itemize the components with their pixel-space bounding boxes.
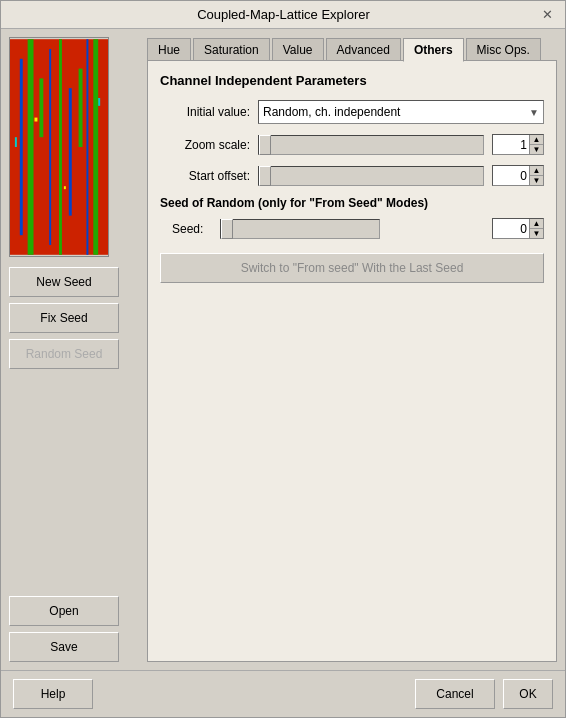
- save-button[interactable]: Save: [9, 632, 119, 662]
- bottom-bar: Help Cancel OK: [1, 670, 565, 717]
- seed-row: Seed: ▲ ▼: [160, 218, 544, 239]
- tab-misc-ops[interactable]: Misc Ops.: [466, 38, 541, 62]
- preview-image: [9, 37, 109, 257]
- tab-others[interactable]: Others: [403, 38, 464, 62]
- start-offset-label: Start offset:: [160, 169, 250, 183]
- svg-rect-1: [28, 39, 34, 255]
- ok-button[interactable]: OK: [503, 679, 553, 709]
- start-offset-slider-container: [258, 166, 484, 186]
- fix-seed-button[interactable]: Fix Seed: [9, 303, 119, 333]
- open-button[interactable]: Open: [9, 596, 119, 626]
- svg-rect-10: [35, 118, 38, 122]
- main-window: Coupled-Map-Lattice Explorer ✕: [0, 0, 566, 718]
- zoom-scale-slider[interactable]: [258, 135, 484, 155]
- svg-rect-13: [98, 98, 100, 106]
- seed-spinbox: ▲ ▼: [492, 218, 544, 239]
- switch-to-from-seed-button[interactable]: Switch to "From seed" With the Last Seed: [160, 253, 544, 283]
- svg-rect-2: [39, 78, 43, 137]
- help-button[interactable]: Help: [13, 679, 93, 709]
- start-offset-down-button[interactable]: ▼: [530, 176, 543, 185]
- tab-hue[interactable]: Hue: [147, 38, 191, 62]
- zoom-scale-label: Zoom scale:: [160, 138, 250, 152]
- new-seed-button[interactable]: New Seed: [9, 267, 119, 297]
- zoom-scale-spin-buttons: ▲ ▼: [529, 135, 543, 154]
- start-offset-spin-buttons: ▲ ▼: [529, 166, 543, 185]
- initial-value-row: Initial value: Random, ch. independent ▼: [160, 100, 544, 124]
- svg-rect-4: [79, 69, 83, 147]
- start-offset-up-button[interactable]: ▲: [530, 166, 543, 176]
- cancel-button[interactable]: Cancel: [415, 679, 495, 709]
- seed-down-button[interactable]: ▼: [530, 229, 543, 238]
- close-button[interactable]: ✕: [538, 7, 557, 22]
- tab-saturation[interactable]: Saturation: [193, 38, 270, 62]
- right-panel: Hue Saturation Value Advanced Others Mis…: [147, 37, 557, 662]
- initial-value-dropdown[interactable]: Random, ch. independent ▼: [258, 100, 544, 124]
- initial-value-selected: Random, ch. independent: [263, 105, 400, 119]
- random-seed-button[interactable]: Random Seed: [9, 339, 119, 369]
- main-content: New Seed Fix Seed Random Seed Open Save …: [1, 29, 565, 670]
- zoom-scale-input[interactable]: [493, 135, 529, 154]
- svg-rect-11: [64, 186, 66, 189]
- svg-rect-8: [69, 88, 72, 215]
- zoom-scale-up-button[interactable]: ▲: [530, 135, 543, 145]
- window-title: Coupled-Map-Lattice Explorer: [29, 7, 538, 22]
- bottom-right-buttons: Cancel OK: [415, 679, 553, 709]
- initial-value-label: Initial value:: [160, 105, 250, 119]
- tab-content-others: Channel Independent Parameters Initial v…: [147, 60, 557, 662]
- svg-rect-5: [93, 39, 98, 255]
- section1-title: Channel Independent Parameters: [160, 73, 544, 88]
- svg-rect-3: [59, 39, 62, 255]
- start-offset-input[interactable]: [493, 166, 529, 185]
- seed-label: Seed:: [172, 222, 212, 236]
- svg-rect-12: [15, 137, 17, 147]
- seed-slider[interactable]: [220, 219, 380, 239]
- tab-advanced[interactable]: Advanced: [326, 38, 401, 62]
- svg-rect-7: [49, 49, 51, 245]
- svg-rect-9: [86, 39, 88, 255]
- zoom-scale-spinbox: ▲ ▼: [492, 134, 544, 155]
- start-offset-spinbox: ▲ ▼: [492, 165, 544, 186]
- zoom-scale-down-button[interactable]: ▼: [530, 145, 543, 154]
- seed-slider-container: [220, 219, 484, 239]
- zoom-scale-slider-container: [258, 135, 484, 155]
- section2-title: Seed of Random (only for "From Seed" Mod…: [160, 196, 544, 210]
- seed-spin-buttons: ▲ ▼: [529, 219, 543, 238]
- seed-input[interactable]: [493, 219, 529, 238]
- tab-bar: Hue Saturation Value Advanced Others Mis…: [147, 37, 557, 61]
- dropdown-arrow-icon: ▼: [529, 107, 539, 118]
- left-panel: New Seed Fix Seed Random Seed Open Save: [9, 37, 139, 662]
- titlebar: Coupled-Map-Lattice Explorer ✕: [1, 1, 565, 29]
- seed-up-button[interactable]: ▲: [530, 219, 543, 229]
- start-offset-row: Start offset: ▲ ▼: [160, 165, 544, 186]
- zoom-scale-row: Zoom scale: ▲ ▼: [160, 134, 544, 155]
- svg-rect-6: [20, 59, 23, 235]
- tab-value[interactable]: Value: [272, 38, 324, 62]
- start-offset-slider[interactable]: [258, 166, 484, 186]
